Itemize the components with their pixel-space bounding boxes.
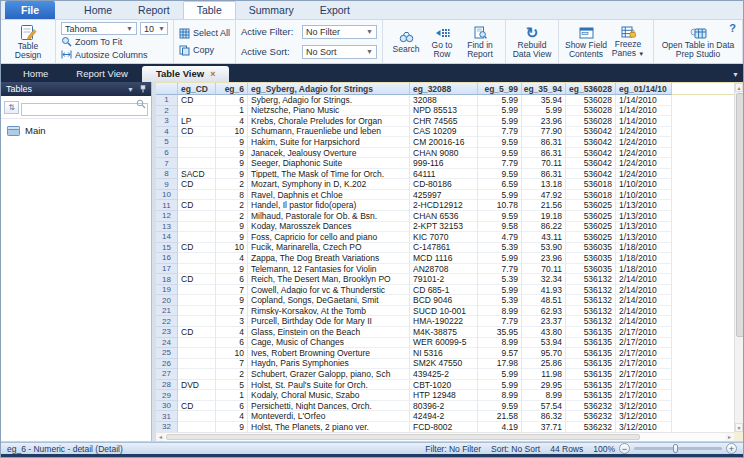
cell[interactable]: 536025: [566, 222, 616, 233]
doc-tab-home[interactable]: Home: [9, 66, 62, 82]
cell[interactable]: MCD 1116: [410, 253, 478, 264]
cell[interactable]: 70.11: [522, 158, 566, 169]
cell[interactable]: 536025: [566, 211, 616, 222]
zoom-out-button[interactable]: −: [619, 443, 630, 454]
cell[interactable]: Seeger, Diaphonic Suite: [248, 158, 410, 169]
cell[interactable]: 3/12/2010: [616, 422, 672, 432]
cell[interactable]: CD: [178, 200, 216, 211]
cell[interactable]: HMA-190222: [410, 316, 478, 327]
cell[interactable]: 1/24/2010: [616, 137, 672, 148]
sort-toggle-button[interactable]: ⇅: [4, 101, 19, 114]
row-number[interactable]: 3: [156, 116, 178, 127]
cell[interactable]: 11.98: [522, 369, 566, 380]
cell[interactable]: 536018: [566, 190, 616, 201]
cell[interactable]: 7: [216, 306, 248, 317]
cell[interactable]: 1/10/2010: [616, 179, 672, 190]
cell[interactable]: 2: [216, 179, 248, 190]
cell[interactable]: 9: [216, 422, 248, 432]
cell[interactable]: KIC 7070: [410, 232, 478, 243]
panel-menu-icon[interactable]: ▼: [127, 86, 134, 93]
cell[interactable]: 29.95: [522, 380, 566, 391]
cell[interactable]: 2/17/2010: [616, 369, 672, 380]
cell[interactable]: Telemann, 12 Fantasies for Violin: [248, 264, 410, 275]
row-number[interactable]: 23: [156, 327, 178, 338]
cell[interactable]: CBT-1020: [410, 380, 478, 391]
freeze-panes-button[interactable]: Freeze Panes ▼: [608, 24, 648, 59]
font-size-select[interactable]: 10▼: [140, 22, 168, 35]
cell[interactable]: 86.31: [522, 148, 566, 159]
row-number[interactable]: 13: [156, 222, 178, 233]
cell[interactable]: 9: [216, 137, 248, 148]
column-header[interactable]: eg_32088: [410, 83, 478, 95]
cell[interactable]: 10: [216, 127, 248, 138]
cell[interactable]: 5.39: [478, 243, 522, 254]
cell[interactable]: 536135: [566, 380, 616, 391]
cell[interactable]: 536132: [566, 274, 616, 285]
cell[interactable]: 536028: [566, 106, 616, 117]
select-all-button[interactable]: Select All: [179, 27, 230, 40]
row-number[interactable]: 16: [156, 253, 178, 264]
row-number[interactable]: 11: [156, 200, 178, 211]
vertical-scrollbar[interactable]: ▲ ▼: [734, 83, 743, 432]
cell[interactable]: 35.94: [522, 95, 566, 106]
font-name-select[interactable]: Tahoma▼: [61, 22, 137, 35]
zoom-slider[interactable]: [634, 447, 722, 450]
cell[interactable]: 536035: [566, 264, 616, 275]
cell[interactable]: 2/17/2010: [616, 380, 672, 391]
cell[interactable]: 47.92: [522, 190, 566, 201]
cell[interactable]: 5.99: [478, 116, 522, 127]
find-in-report-button[interactable]: Find in Report: [460, 24, 500, 59]
cell[interactable]: Mozart, Symphony in D, K.202: [248, 179, 410, 190]
cell[interactable]: 536028: [566, 116, 616, 127]
cell[interactable]: CHAN 9080: [410, 148, 478, 159]
cell[interactable]: 21.58: [478, 411, 522, 422]
pin-icon[interactable]: [140, 85, 146, 93]
cell[interactable]: DVD: [178, 380, 216, 391]
scroll-up-icon[interactable]: ▲: [735, 83, 743, 92]
row-number[interactable]: 18: [156, 274, 178, 285]
cell[interactable]: CD: [178, 127, 216, 138]
row-number[interactable]: 17: [156, 264, 178, 275]
cell[interactable]: 1/24/2010: [616, 169, 672, 180]
cell[interactable]: C-147861: [410, 243, 478, 254]
cell[interactable]: 1/14/2010: [616, 95, 672, 106]
corner-header[interactable]: [156, 83, 178, 95]
cell[interactable]: 23.96: [522, 253, 566, 264]
horizontal-scrollbar[interactable]: ◄ ►: [156, 432, 734, 441]
cell[interactable]: [178, 137, 216, 148]
cell[interactable]: [178, 422, 216, 432]
cell[interactable]: 9: [216, 158, 248, 169]
cell[interactable]: Persichetti, Night Dances, Orch.: [248, 401, 410, 412]
cell[interactable]: 43.11: [522, 232, 566, 243]
row-number[interactable]: 14: [156, 232, 178, 243]
cell[interactable]: CD-80186: [410, 179, 478, 190]
row-number[interactable]: 30: [156, 401, 178, 412]
cell[interactable]: 536035: [566, 243, 616, 254]
cell[interactable]: 2: [216, 369, 248, 380]
cell[interactable]: 536132: [566, 285, 616, 296]
cell[interactable]: Zappa, The Dog Breath Variations: [248, 253, 410, 264]
cell[interactable]: Glass, Einstein on the Beach: [248, 327, 410, 338]
row-number[interactable]: 25: [156, 348, 178, 359]
cell[interactable]: 4.79: [478, 232, 522, 243]
cell[interactable]: 5.99: [478, 190, 522, 201]
cell[interactable]: 2/17/2010: [616, 327, 672, 338]
cell[interactable]: 57.54: [522, 401, 566, 412]
tab-home[interactable]: Home: [71, 2, 125, 19]
cell[interactable]: AN28708: [410, 264, 478, 275]
row-number[interactable]: 28: [156, 380, 178, 391]
cell[interactable]: 70.11: [522, 264, 566, 275]
cell[interactable]: [178, 390, 216, 401]
cell[interactable]: HTP 12948: [410, 390, 478, 401]
row-number[interactable]: 15: [156, 243, 178, 254]
cell[interactable]: [178, 106, 216, 117]
cell[interactable]: 1: [216, 106, 248, 117]
cell[interactable]: Holst, The Planets, 2 piano ver.: [248, 422, 410, 432]
cell[interactable]: 4.19: [478, 422, 522, 432]
cell[interactable]: 536232: [566, 422, 616, 432]
cell[interactable]: 23.96: [522, 116, 566, 127]
cell[interactable]: LP: [178, 116, 216, 127]
row-number[interactable]: 2: [156, 106, 178, 117]
cell[interactable]: CD: [178, 179, 216, 190]
row-number[interactable]: 21: [156, 306, 178, 317]
